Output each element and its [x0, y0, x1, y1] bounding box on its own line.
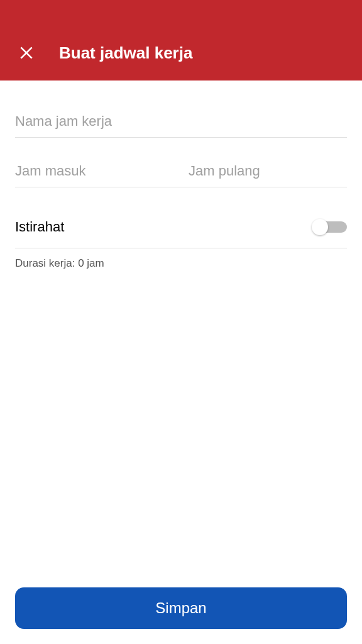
page-title: Buat jadwal kerja — [59, 43, 192, 63]
form-content: Istirahat Durasi kerja: 0 jam — [0, 80, 362, 572]
break-toggle[interactable] — [312, 219, 347, 235]
work-hours-name-input[interactable] — [15, 106, 347, 138]
close-icon[interactable] — [18, 44, 35, 62]
duration-text: Durasi kerja: 0 jam — [15, 257, 347, 270]
toggle-knob — [312, 219, 328, 235]
break-label: Istirahat — [15, 219, 64, 235]
break-toggle-row: Istirahat — [15, 219, 347, 248]
header: Buat jadwal kerja — [0, 0, 362, 80]
start-time-input[interactable] — [15, 155, 173, 187]
save-button[interactable]: Simpan — [15, 587, 347, 629]
time-row — [15, 155, 347, 187]
footer: Simpan — [0, 572, 362, 644]
end-time-input[interactable] — [189, 155, 347, 187]
